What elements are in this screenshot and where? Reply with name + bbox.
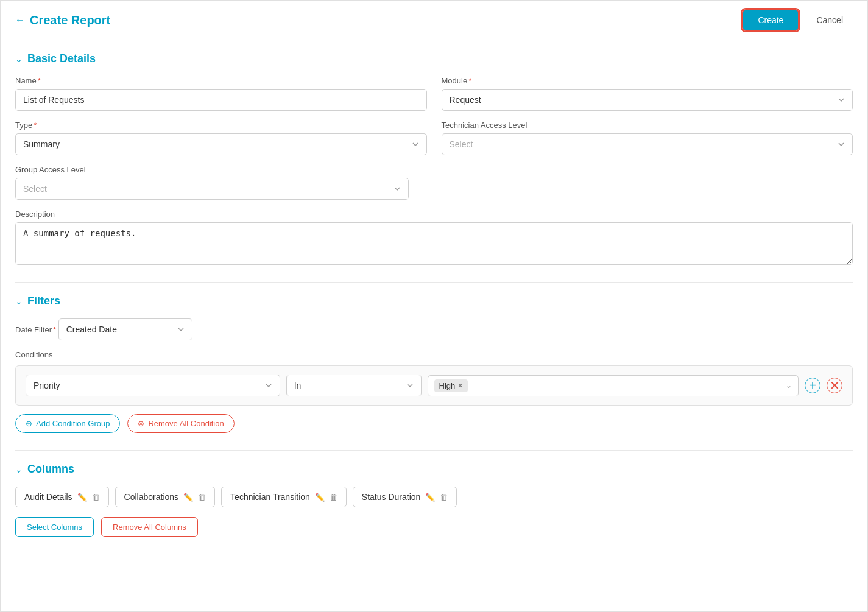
create-button[interactable]: Create <box>742 9 799 31</box>
cancel-button[interactable]: Cancel <box>806 10 853 30</box>
add-condition-group-button[interactable]: ⊕ Add Condition Group <box>15 414 120 433</box>
remove-all-condition-button[interactable]: ⊗ Remove All Condition <box>127 414 234 433</box>
column-tag: Audit Details ✏️ 🗑 <box>15 487 109 507</box>
condition-add-icon[interactable]: + <box>805 378 820 393</box>
type-label: Type* <box>15 121 427 130</box>
column-delete-icon[interactable]: 🗑 <box>92 493 100 502</box>
date-filter-select[interactable]: Created Date <box>58 318 192 340</box>
name-input[interactable] <box>15 89 427 111</box>
module-field-group: Module* Request <box>442 76 853 111</box>
header-right: Create Cancel <box>742 9 853 31</box>
condition-values-input[interactable]: High ✕ ⌄ <box>428 375 799 396</box>
group-access-label: Group Access Level <box>15 165 409 174</box>
module-label: Module* <box>442 76 853 85</box>
column-delete-icon[interactable]: 🗑 <box>330 493 337 502</box>
date-filter-label: Date Filter* <box>15 325 58 334</box>
basic-details-section: ⌄ Basic Details Name* Module* Request <box>15 52 853 265</box>
name-label: Name* <box>15 76 427 85</box>
select-columns-button[interactable]: Select Columns <box>15 517 94 537</box>
plus-circle-icon: ⊕ <box>26 419 32 428</box>
description-textarea[interactable]: A summary of requests. <box>15 222 853 265</box>
column-tag-label: Status Duration <box>362 492 421 502</box>
column-tag-label: Audit Details <box>24 492 72 502</box>
column-edit-icon[interactable]: ✏️ <box>183 493 193 502</box>
description-label: Description <box>15 209 853 219</box>
filters-title: Filters <box>27 295 60 308</box>
group-access-select[interactable]: Select <box>15 178 409 200</box>
columns-actions: Select Columns Remove All Columns <box>15 517 853 537</box>
group-access-field-group: Group Access Level Select <box>15 165 409 200</box>
basic-details-header: ⌄ Basic Details <box>15 52 853 65</box>
type-technician-row: Type* Summary Technician Access Level Se… <box>15 121 853 155</box>
technician-access-label: Technician Access Level <box>442 121 853 130</box>
technician-access-select[interactable]: Select <box>442 133 853 155</box>
page-header: ← Create Report Create Cancel <box>1 1 867 40</box>
column-tag: Collaborations ✏️ 🗑 <box>115 487 216 507</box>
column-tag-label: Technician Transition <box>230 492 310 502</box>
columns-title: Columns <box>27 463 74 476</box>
columns-section: ⌄ Columns Audit Details ✏️ 🗑 Collaborati… <box>15 463 853 537</box>
technician-access-field-group: Technician Access Level Select <box>442 121 853 155</box>
date-filter-row: Date Filter* Created Date <box>15 318 853 340</box>
remove-circle-icon: ⊗ <box>138 419 144 428</box>
column-tag: Status Duration ✏️ 🗑 <box>353 487 457 507</box>
filters-header: ⌄ Filters <box>15 295 853 308</box>
basic-details-title: Basic Details <box>27 52 96 65</box>
basic-details-chevron-icon[interactable]: ⌄ <box>15 54 23 64</box>
filters-section: ⌄ Filters Date Filter* Created Date Cond… <box>15 295 853 433</box>
module-select[interactable]: Request <box>442 89 853 111</box>
column-delete-icon[interactable]: 🗑 <box>198 493 206 502</box>
header-left: ← Create Report <box>15 13 110 27</box>
column-edit-icon[interactable]: ✏️ <box>315 493 325 502</box>
remove-all-columns-button[interactable]: Remove All Columns <box>101 517 198 537</box>
column-edit-icon[interactable]: ✏️ <box>77 493 87 502</box>
columns-chevron-icon[interactable]: ⌄ <box>15 465 23 474</box>
conditions-label: Conditions <box>15 350 853 359</box>
condition-remove-icon[interactable]: ✕ <box>827 378 842 393</box>
type-select[interactable]: Summary <box>15 133 427 155</box>
column-edit-icon[interactable]: ✏️ <box>425 493 435 502</box>
tag-remove-icon[interactable]: ✕ <box>457 382 463 390</box>
name-field-group: Name* <box>15 76 427 111</box>
name-module-row: Name* Module* Request <box>15 76 853 111</box>
condition-group: Priority In High ✕ ⌄ + <box>15 365 853 406</box>
column-delete-icon[interactable]: 🗑 <box>440 493 448 502</box>
description-field-group: Description A summary of requests. <box>15 209 853 265</box>
page-title: Create Report <box>30 13 110 27</box>
main-content: ⌄ Basic Details Name* Module* Request <box>1 40 867 566</box>
conditions-area: Conditions Priority In High ✕ <box>15 350 853 433</box>
values-dropdown-arrow-icon[interactable]: ⌄ <box>786 381 792 390</box>
column-tag: Technician Transition ✏️ 🗑 <box>221 487 347 507</box>
columns-header: ⌄ Columns <box>15 463 853 476</box>
condition-tag-high: High ✕ <box>434 379 468 392</box>
filters-chevron-icon[interactable]: ⌄ <box>15 297 23 306</box>
back-arrow-icon[interactable]: ← <box>15 15 25 26</box>
condition-actions: ⊕ Add Condition Group ⊗ Remove All Condi… <box>15 414 853 433</box>
condition-operator-select[interactable]: In <box>286 375 422 396</box>
columns-tags-list: Audit Details ✏️ 🗑 Collaborations ✏️ 🗑 T… <box>15 487 853 507</box>
condition-row: Priority In High ✕ ⌄ + <box>26 375 842 396</box>
column-tag-label: Collaborations <box>124 492 179 502</box>
condition-field-select[interactable]: Priority <box>26 375 280 396</box>
type-field-group: Type* Summary <box>15 121 427 155</box>
group-access-row: Group Access Level Select <box>15 165 853 200</box>
